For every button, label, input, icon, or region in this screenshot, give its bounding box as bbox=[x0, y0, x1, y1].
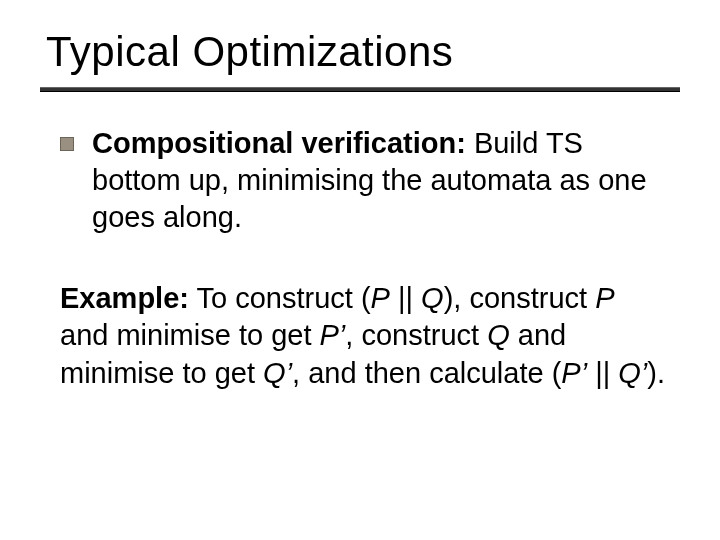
t: ), construct bbox=[444, 282, 596, 314]
var-P: P bbox=[595, 282, 614, 314]
var-P-prime: P’ bbox=[561, 357, 587, 389]
var-Q: Q bbox=[421, 282, 444, 314]
var-Q: Q bbox=[487, 319, 510, 351]
var-P: P bbox=[371, 282, 390, 314]
bullet-text: Compositional verification: Build TS bot… bbox=[92, 125, 670, 236]
var-Q-prime: Q’ bbox=[618, 357, 647, 389]
t: , construct bbox=[345, 319, 487, 351]
var-P-prime: P’ bbox=[320, 319, 346, 351]
t: and minimise to get bbox=[60, 319, 320, 351]
example-paragraph: Example: To construct (P || Q), construc… bbox=[60, 280, 670, 391]
slide-body: Compositional verification: Build TS bot… bbox=[40, 125, 680, 392]
example-label: Example: bbox=[60, 282, 189, 314]
slide-title: Typical Optimizations bbox=[46, 28, 680, 76]
bullet-item: Compositional verification: Build TS bot… bbox=[60, 125, 670, 236]
t: To construct ( bbox=[189, 282, 371, 314]
example-text: Example: To construct (P || Q), construc… bbox=[60, 280, 670, 391]
var-Q-prime: Q’ bbox=[263, 357, 292, 389]
title-underline bbox=[40, 88, 680, 91]
square-bullet-icon bbox=[60, 137, 74, 151]
bullet-lead: Compositional verification: bbox=[92, 127, 466, 159]
t: || bbox=[587, 357, 618, 389]
t: ). bbox=[647, 357, 665, 389]
t: , and then calculate ( bbox=[292, 357, 561, 389]
t: || bbox=[390, 282, 421, 314]
